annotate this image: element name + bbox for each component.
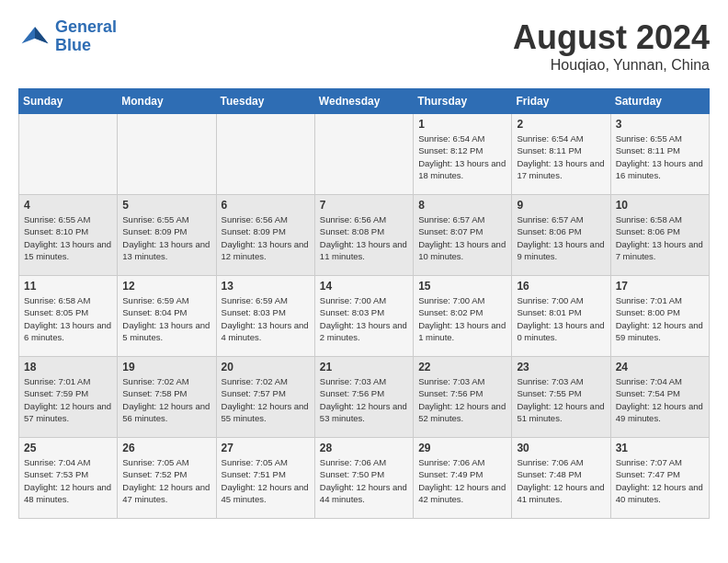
calendar-cell [19, 114, 118, 195]
calendar-cell: 8Sunrise: 6:57 AM Sunset: 8:07 PM Daylig… [414, 195, 512, 276]
calendar-cell: 24Sunrise: 7:04 AM Sunset: 7:54 PM Dayli… [610, 357, 709, 438]
logo: General Blue [18, 18, 117, 55]
day-number: 20 [222, 361, 310, 373]
calendar-cell: 20Sunrise: 7:02 AM Sunset: 7:57 PM Dayli… [216, 357, 314, 438]
calendar-cell: 1Sunrise: 6:54 AM Sunset: 8:12 PM Daylig… [414, 114, 512, 195]
weekday-header: Tuesday [216, 89, 314, 114]
day-info: Sunrise: 6:58 AM Sunset: 8:05 PM Dayligh… [24, 294, 112, 343]
page-header: General Blue August 2024 Houqiao, Yunnan… [18, 18, 710, 74]
day-info: Sunrise: 7:02 AM Sunset: 7:57 PM Dayligh… [222, 375, 310, 424]
calendar-cell: 3Sunrise: 6:55 AM Sunset: 8:11 PM Daylig… [610, 114, 709, 195]
day-info: Sunrise: 6:54 AM Sunset: 8:11 PM Dayligh… [517, 132, 605, 181]
day-info: Sunrise: 7:04 AM Sunset: 7:54 PM Dayligh… [616, 375, 704, 424]
day-info: Sunrise: 6:55 AM Sunset: 8:11 PM Dayligh… [616, 132, 704, 181]
calendar-week-row: 18Sunrise: 7:01 AM Sunset: 7:59 PM Dayli… [19, 357, 710, 438]
day-number: 15 [418, 280, 506, 293]
day-number: 17 [616, 280, 704, 293]
calendar-week-row: 25Sunrise: 7:04 AM Sunset: 7:53 PM Dayli… [19, 438, 710, 519]
day-number: 31 [616, 442, 704, 454]
day-info: Sunrise: 7:04 AM Sunset: 7:53 PM Dayligh… [24, 456, 112, 505]
calendar-cell: 22Sunrise: 7:03 AM Sunset: 7:56 PM Dayli… [414, 357, 512, 438]
day-number: 14 [320, 280, 408, 293]
day-info: Sunrise: 6:55 AM Sunset: 8:09 PM Dayligh… [122, 213, 210, 262]
weekday-header: Friday [512, 89, 610, 114]
calendar-cell: 17Sunrise: 7:01 AM Sunset: 8:00 PM Dayli… [610, 276, 709, 357]
day-number: 8 [418, 199, 506, 212]
logo-text: General Blue [55, 18, 117, 55]
calendar-cell: 26Sunrise: 7:05 AM Sunset: 7:52 PM Dayli… [118, 438, 216, 519]
day-info: Sunrise: 7:00 AM Sunset: 8:01 PM Dayligh… [517, 294, 605, 343]
day-info: Sunrise: 7:07 AM Sunset: 7:47 PM Dayligh… [616, 456, 704, 505]
day-number: 23 [517, 361, 605, 373]
day-number: 27 [222, 442, 310, 454]
day-info: Sunrise: 6:57 AM Sunset: 8:06 PM Dayligh… [517, 213, 605, 262]
calendar-cell: 14Sunrise: 7:00 AM Sunset: 8:03 PM Dayli… [314, 276, 413, 357]
day-number: 18 [24, 361, 112, 373]
day-info: Sunrise: 7:05 AM Sunset: 7:51 PM Dayligh… [222, 456, 310, 505]
calendar-cell: 5Sunrise: 6:55 AM Sunset: 8:09 PM Daylig… [118, 195, 216, 276]
logo-bird-icon [18, 20, 51, 53]
day-info: Sunrise: 7:05 AM Sunset: 7:52 PM Dayligh… [122, 456, 210, 505]
calendar-cell: 19Sunrise: 7:02 AM Sunset: 7:58 PM Dayli… [118, 357, 216, 438]
day-number: 21 [320, 361, 408, 373]
calendar-cell: 9Sunrise: 6:57 AM Sunset: 8:06 PM Daylig… [512, 195, 610, 276]
calendar-cell: 15Sunrise: 7:00 AM Sunset: 8:02 PM Dayli… [414, 276, 512, 357]
calendar-week-row: 4Sunrise: 6:55 AM Sunset: 8:10 PM Daylig… [19, 195, 710, 276]
weekday-header: Wednesday [314, 89, 413, 114]
day-number: 10 [616, 199, 704, 212]
day-info: Sunrise: 6:56 AM Sunset: 8:09 PM Dayligh… [222, 213, 310, 262]
svg-marker-1 [35, 27, 48, 43]
title-section: August 2024 Houqiao, Yunnan, China [513, 18, 710, 74]
day-info: Sunrise: 7:03 AM Sunset: 7:56 PM Dayligh… [418, 375, 506, 424]
day-number: 5 [122, 199, 210, 212]
calendar-week-row: 1Sunrise: 6:54 AM Sunset: 8:12 PM Daylig… [19, 114, 710, 195]
day-number: 4 [24, 199, 112, 212]
calendar-cell: 13Sunrise: 6:59 AM Sunset: 8:03 PM Dayli… [216, 276, 314, 357]
calendar-cell: 21Sunrise: 7:03 AM Sunset: 7:56 PM Dayli… [314, 357, 413, 438]
day-info: Sunrise: 6:58 AM Sunset: 8:06 PM Dayligh… [616, 213, 704, 262]
day-info: Sunrise: 6:55 AM Sunset: 8:10 PM Dayligh… [24, 213, 112, 262]
day-number: 29 [418, 442, 506, 454]
day-info: Sunrise: 7:01 AM Sunset: 8:00 PM Dayligh… [616, 294, 704, 343]
day-number: 22 [418, 361, 506, 373]
calendar-cell: 10Sunrise: 6:58 AM Sunset: 8:06 PM Dayli… [610, 195, 709, 276]
day-info: Sunrise: 7:03 AM Sunset: 7:55 PM Dayligh… [517, 375, 605, 424]
calendar-cell: 7Sunrise: 6:56 AM Sunset: 8:08 PM Daylig… [314, 195, 413, 276]
day-number: 25 [24, 442, 112, 454]
calendar-cell: 11Sunrise: 6:58 AM Sunset: 8:05 PM Dayli… [19, 276, 118, 357]
day-number: 6 [222, 199, 310, 212]
calendar-cell: 30Sunrise: 7:06 AM Sunset: 7:48 PM Dayli… [512, 438, 610, 519]
day-number: 28 [320, 442, 408, 454]
day-info: Sunrise: 7:06 AM Sunset: 7:48 PM Dayligh… [517, 456, 605, 505]
day-info: Sunrise: 6:56 AM Sunset: 8:08 PM Dayligh… [320, 213, 408, 262]
day-number: 24 [616, 361, 704, 373]
day-info: Sunrise: 7:00 AM Sunset: 8:03 PM Dayligh… [320, 294, 408, 343]
day-number: 9 [517, 199, 605, 212]
calendar-cell: 23Sunrise: 7:03 AM Sunset: 7:55 PM Dayli… [512, 357, 610, 438]
calendar-cell: 18Sunrise: 7:01 AM Sunset: 7:59 PM Dayli… [19, 357, 118, 438]
day-info: Sunrise: 7:00 AM Sunset: 8:02 PM Dayligh… [418, 294, 506, 343]
weekday-header: Saturday [610, 89, 709, 114]
day-info: Sunrise: 7:01 AM Sunset: 7:59 PM Dayligh… [24, 375, 112, 424]
calendar-cell: 29Sunrise: 7:06 AM Sunset: 7:49 PM Dayli… [414, 438, 512, 519]
calendar-cell: 31Sunrise: 7:07 AM Sunset: 7:47 PM Dayli… [610, 438, 709, 519]
day-info: Sunrise: 7:02 AM Sunset: 7:58 PM Dayligh… [122, 375, 210, 424]
day-info: Sunrise: 7:06 AM Sunset: 7:49 PM Dayligh… [418, 456, 506, 505]
day-number: 30 [517, 442, 605, 454]
day-number: 3 [616, 118, 704, 131]
weekday-header: Monday [118, 89, 216, 114]
calendar-cell [216, 114, 314, 195]
day-number: 13 [222, 280, 310, 293]
calendar-cell: 2Sunrise: 6:54 AM Sunset: 8:11 PM Daylig… [512, 114, 610, 195]
day-info: Sunrise: 6:59 AM Sunset: 8:03 PM Dayligh… [222, 294, 310, 343]
day-info: Sunrise: 6:59 AM Sunset: 8:04 PM Dayligh… [122, 294, 210, 343]
calendar-week-row: 11Sunrise: 6:58 AM Sunset: 8:05 PM Dayli… [19, 276, 710, 357]
calendar-cell: 12Sunrise: 6:59 AM Sunset: 8:04 PM Dayli… [118, 276, 216, 357]
day-number: 11 [24, 280, 112, 293]
calendar-cell: 28Sunrise: 7:06 AM Sunset: 7:50 PM Dayli… [314, 438, 413, 519]
day-number: 12 [122, 280, 210, 293]
calendar-cell: 25Sunrise: 7:04 AM Sunset: 7:53 PM Dayli… [19, 438, 118, 519]
weekday-header: Sunday [19, 89, 118, 114]
day-number: 16 [517, 280, 605, 293]
calendar-cell [314, 114, 413, 195]
